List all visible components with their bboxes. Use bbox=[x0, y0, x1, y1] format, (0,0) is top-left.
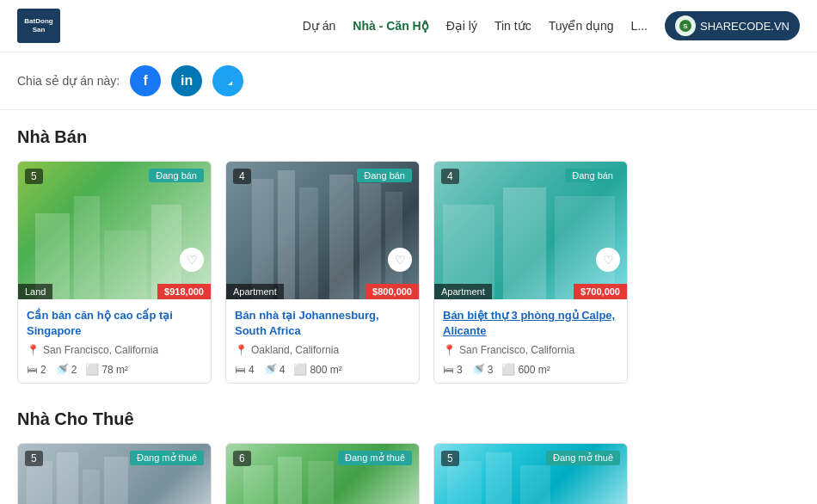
nav-tin-tuc[interactable]: Tin tức bbox=[494, 19, 531, 33]
for-rent-cards-grid: 5 Đang mở thuê 6 Đang mở thuê bbox=[17, 443, 800, 504]
logo-box: BatDongSan bbox=[17, 9, 60, 43]
sale-card-1-favorite-button[interactable]: ♡ bbox=[180, 248, 204, 272]
svg-rect-21 bbox=[308, 461, 334, 504]
sale-card-1-title: Cần bán căn hộ cao cấp tại Singapore bbox=[27, 308, 202, 339]
sale-card-1-location-text: San Francisco, California bbox=[43, 344, 158, 356]
rent-card-3-status: Đang mở thuê bbox=[546, 451, 620, 465]
sale-card-1-status: Đang bán bbox=[149, 169, 204, 182]
sharecode-logo-icon: S bbox=[675, 15, 696, 36]
svg-rect-20 bbox=[278, 457, 302, 504]
building-svg-2 bbox=[226, 162, 419, 299]
sale-card-3-title-link[interactable]: Bán biệt thự 3 phòng ngủ Calpe, Alicante bbox=[443, 309, 615, 337]
for-sale-section: Nhà Bán 5 Đang bán Land $918,00 bbox=[0, 110, 817, 392]
rent-card-3-image: 5 Đang mở thuê bbox=[434, 444, 627, 504]
nav-tuyen-dung[interactable]: Tuyển dụng bbox=[549, 19, 614, 33]
sale-card-1-bath-count: 2 bbox=[71, 364, 77, 376]
location-pin-icon-3: 📍 bbox=[443, 344, 456, 356]
sale-card-1-type-price: Land $918,000 bbox=[18, 284, 211, 299]
sale-card-2: 4 Đang bán Apartment $800,000 ♡ Bán nhà … bbox=[225, 161, 420, 384]
sale-card-3-baths: 🚿 3 bbox=[471, 363, 494, 376]
svg-rect-9 bbox=[329, 175, 353, 299]
twitter-share-button[interactable]: 𝅍 bbox=[212, 65, 243, 96]
nav-other[interactable]: L... bbox=[631, 19, 648, 33]
sale-card-1-bed-count: 2 bbox=[40, 364, 46, 376]
sale-card-3-location-text: San Francisco, California bbox=[459, 344, 574, 356]
location-pin-icon-2: 📍 bbox=[235, 344, 248, 356]
sale-card-3-beds: 🛏 3 bbox=[443, 363, 463, 376]
linkedin-share-button[interactable]: in bbox=[171, 65, 202, 96]
sale-card-3-location: 📍 San Francisco, California bbox=[443, 344, 618, 356]
svg-rect-24 bbox=[520, 465, 550, 504]
nav-dai-ly[interactable]: Đại lý bbox=[446, 19, 477, 33]
sale-card-2-image: 4 Đang bán Apartment $800,000 ♡ bbox=[226, 162, 419, 299]
svg-rect-18 bbox=[104, 457, 128, 504]
svg-rect-7 bbox=[278, 170, 295, 299]
sale-card-3-area: ⬜ 600 m² bbox=[501, 363, 550, 376]
sale-card-2-title: Bán nhà tại Johannesburg, South Africa bbox=[235, 308, 410, 339]
sale-card-1-baths: 🚿 2 bbox=[55, 363, 77, 376]
sale-card-3-type: Apartment bbox=[434, 284, 492, 299]
bed-icon-3: 🛏 bbox=[443, 363, 454, 376]
svg-rect-8 bbox=[299, 187, 318, 299]
sale-card-3-body: Bán biệt thự 3 phòng ngủ Calpe, Alicante… bbox=[434, 299, 627, 383]
svg-rect-10 bbox=[359, 183, 381, 299]
bath-icon-3: 🚿 bbox=[471, 363, 485, 376]
sale-card-3: 4 Đang bán Apartment $700,000 ♡ Bán biệt… bbox=[433, 161, 628, 384]
sale-card-1-body: Cần bán căn hộ cao cấp tại Singapore 📍 S… bbox=[18, 299, 211, 383]
sale-card-1-count: 5 bbox=[25, 169, 43, 184]
bath-icon-2: 🚿 bbox=[263, 363, 277, 376]
building-svg-3 bbox=[434, 162, 627, 299]
sale-card-2-location: 📍 Oakland, California bbox=[235, 344, 410, 356]
rent-card-2-image: 6 Đang mở thuê bbox=[226, 444, 419, 504]
sale-card-3-image: 4 Đang bán Apartment $700,000 ♡ bbox=[434, 162, 627, 299]
sale-card-3-area-value: 600 m² bbox=[518, 364, 550, 376]
sale-card-3-count: 4 bbox=[441, 169, 459, 184]
rent-card-2: 6 Đang mở thuê bbox=[225, 443, 420, 504]
svg-rect-19 bbox=[243, 465, 273, 504]
svg-rect-23 bbox=[486, 452, 512, 504]
rent-card-1: 5 Đang mở thuê bbox=[17, 443, 212, 504]
share-label: Chia sẻ dự án này: bbox=[17, 74, 120, 88]
area-icon-1: ⬜ bbox=[85, 363, 99, 376]
rent-card-3: 5 Đang mở thuê bbox=[433, 443, 628, 504]
sale-card-2-type-price: Apartment $800,000 bbox=[226, 284, 419, 299]
building-svg-1 bbox=[18, 162, 211, 299]
rent-card-1-status: Đang mở thuê bbox=[130, 451, 204, 465]
for-sale-title: Nhà Bán bbox=[17, 127, 800, 147]
rent-card-2-status: Đang mở thuê bbox=[338, 451, 412, 465]
sale-card-1-specs: 🛏 2 🚿 2 ⬜ 78 m² bbox=[27, 363, 202, 376]
sale-card-2-area-value: 800 m² bbox=[310, 364, 341, 376]
sale-card-3-favorite-button[interactable]: ♡ bbox=[596, 248, 620, 272]
sale-card-1-price: $918,000 bbox=[157, 284, 211, 299]
header: BatDongSan Dự án Nhà - Căn Hộ Đại lý Tin… bbox=[0, 0, 817, 52]
svg-rect-13 bbox=[503, 187, 546, 299]
sale-card-1-image: 5 Đang bán Land $918,000 ♡ bbox=[18, 162, 211, 299]
sale-card-2-favorite-button[interactable]: ♡ bbox=[388, 248, 412, 272]
sale-card-3-bed-count: 3 bbox=[457, 364, 463, 376]
facebook-icon: f bbox=[144, 73, 148, 89]
sale-card-2-location-text: Oakland, California bbox=[251, 344, 339, 356]
sale-card-3-specs: 🛏 3 🚿 3 ⬜ 600 m² bbox=[443, 363, 618, 376]
facebook-share-button[interactable]: f bbox=[130, 65, 161, 96]
sale-card-3-title: Bán biệt thự 3 phòng ngủ Calpe, Alicante bbox=[443, 308, 618, 339]
sale-card-2-area: ⬜ 800 m² bbox=[293, 363, 341, 376]
for-sale-cards-grid: 5 Đang bán Land $918,000 ♡ Cần bán căn h… bbox=[17, 161, 800, 384]
main-nav: Dự án Nhà - Căn Hộ Đại lý Tin tức Tuyển … bbox=[303, 11, 800, 40]
sale-card-1-location: 📍 San Francisco, California bbox=[27, 344, 202, 356]
svg-rect-16 bbox=[57, 452, 78, 504]
svg-rect-17 bbox=[83, 470, 100, 504]
sale-card-1-beds: 🛏 2 bbox=[27, 363, 46, 376]
nav-du-an[interactable]: Dự án bbox=[303, 19, 336, 33]
sale-card-2-status: Đang bán bbox=[357, 169, 412, 182]
rent-card-1-count: 5 bbox=[25, 451, 43, 466]
bath-icon-1: 🚿 bbox=[55, 363, 69, 376]
svg-rect-15 bbox=[27, 461, 52, 504]
sale-card-2-body: Bán nhà tại Johannesburg, South Africa 📍… bbox=[226, 299, 419, 383]
sale-card-2-price: $800,000 bbox=[366, 284, 419, 299]
sale-card-1-area-value: 78 m² bbox=[101, 364, 128, 376]
nav-nha-can-ho[interactable]: Nhà - Căn Hộ bbox=[353, 19, 428, 33]
sale-card-2-specs: 🛏 4 🚿 4 ⬜ 800 m² bbox=[235, 363, 410, 376]
bed-icon-1: 🛏 bbox=[27, 363, 38, 376]
sharecode-badge: S SHARECODE.VN bbox=[665, 11, 800, 40]
area-icon-2: ⬜ bbox=[293, 363, 307, 376]
